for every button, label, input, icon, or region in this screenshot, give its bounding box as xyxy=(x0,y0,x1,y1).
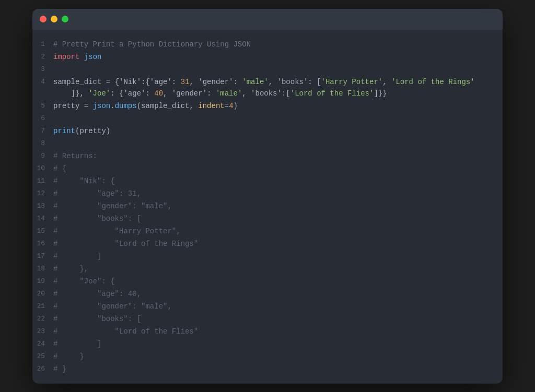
line-content: # { xyxy=(53,163,503,174)
line-content: import json xyxy=(53,51,503,63)
line-content: # Returns: xyxy=(53,150,503,162)
line-number: 5 xyxy=(32,100,53,112)
line-number: 10 xyxy=(32,163,53,174)
line-content: print(pretty) xyxy=(53,125,503,137)
line-content: # } xyxy=(53,363,503,375)
line-content: # "gender": "male", xyxy=(53,301,503,312)
code-editor: 1 # Pretty Print a Python Dictionary Usi… xyxy=(32,30,503,384)
line-number: 11 xyxy=(32,175,53,187)
line-7: 7 print(pretty) xyxy=(32,125,503,137)
line-content: # "Lord of the Flies" xyxy=(53,326,503,337)
line-22: 22 # "books": [ xyxy=(32,313,503,325)
line-1: 1 # Pretty Print a Python Dictionary Usi… xyxy=(32,38,503,51)
line-5: 5 pretty = json.dumps(sample_dict, inden… xyxy=(32,100,503,112)
line-number: 20 xyxy=(32,288,53,300)
line-number: 13 xyxy=(32,200,53,212)
line-3: 3 xyxy=(32,63,503,76)
line-content: # "Joe": { xyxy=(53,276,503,287)
line-14: 14 # "books": [ xyxy=(32,212,503,225)
line-23: 23 # "Lord of the Flies" xyxy=(32,325,503,338)
line-number: 6 xyxy=(32,113,53,124)
line-content: # "books": [ xyxy=(53,313,503,325)
line-24: 24 # ] xyxy=(32,338,503,350)
line-number: 21 xyxy=(32,301,53,312)
line-13: 13 # "gender": "male", xyxy=(32,200,503,212)
titlebar xyxy=(32,9,503,30)
line-number: 7 xyxy=(32,125,53,137)
line-25: 25 # } xyxy=(32,350,503,363)
line-18: 18 # }, xyxy=(32,263,503,275)
line-16: 16 # "Lord of the Rings" xyxy=(32,237,503,250)
line-number: 3 xyxy=(32,64,53,75)
line-number: 16 xyxy=(32,238,53,250)
line-content: # "Nik": { xyxy=(53,175,503,187)
line-content: # "Lord of the Rings" xyxy=(53,238,503,250)
line-content: sample_dict = {'Nik':{'age': 31, 'gender… xyxy=(53,76,503,99)
line-number: 8 xyxy=(32,138,53,149)
editor-window: 1 # Pretty Print a Python Dictionary Usi… xyxy=(32,9,503,384)
line-content: # "age": 40, xyxy=(53,288,503,300)
line-number: 26 xyxy=(32,363,53,375)
line-number: 12 xyxy=(32,188,53,199)
line-11: 11 # "Nik": { xyxy=(32,175,503,187)
line-19: 19 # "Joe": { xyxy=(32,275,503,288)
line-number: 18 xyxy=(32,263,53,275)
minimize-button[interactable] xyxy=(51,16,57,22)
line-20: 20 # "age": 40, xyxy=(32,288,503,300)
line-6: 6 xyxy=(32,112,503,125)
line-26: 26 # } xyxy=(32,363,503,375)
line-content: # "Harry Potter", xyxy=(53,225,503,237)
line-21: 21 # "gender": "male", xyxy=(32,300,503,313)
line-content: # } xyxy=(53,351,503,362)
line-4: 4 sample_dict = {'Nik':{'age': 31, 'gend… xyxy=(32,76,503,100)
line-number: 25 xyxy=(32,351,53,362)
line-content: # Pretty Print a Python Dictionary Using… xyxy=(53,39,503,50)
line-9: 9 # Returns: xyxy=(32,150,503,162)
line-2: 2 import json xyxy=(32,51,503,63)
line-number: 2 xyxy=(32,51,53,63)
line-number: 4 xyxy=(32,76,53,88)
line-content: # }, xyxy=(53,263,503,275)
line-number: 22 xyxy=(32,313,53,325)
line-content: # ] xyxy=(53,251,503,262)
line-17: 17 # ] xyxy=(32,250,503,263)
close-button[interactable] xyxy=(40,16,46,22)
line-8: 8 xyxy=(32,137,503,150)
line-number: 19 xyxy=(32,276,53,287)
line-number: 15 xyxy=(32,225,53,237)
line-10: 10 # { xyxy=(32,162,503,175)
line-content: # "age": 31, xyxy=(53,188,503,199)
line-number: 1 xyxy=(32,39,53,50)
line-number: 24 xyxy=(32,338,53,350)
line-content: pretty = json.dumps(sample_dict, indent=… xyxy=(53,100,503,112)
line-content: # "books": [ xyxy=(53,213,503,224)
line-number: 9 xyxy=(32,150,53,162)
line-content: # ] xyxy=(53,338,503,350)
line-12: 12 # "age": 31, xyxy=(32,187,503,200)
line-content: # "gender": "male", xyxy=(53,200,503,212)
line-15: 15 # "Harry Potter", xyxy=(32,225,503,237)
line-number: 14 xyxy=(32,213,53,224)
maximize-button[interactable] xyxy=(62,16,68,22)
line-number: 17 xyxy=(32,251,53,262)
line-number: 23 xyxy=(32,326,53,337)
